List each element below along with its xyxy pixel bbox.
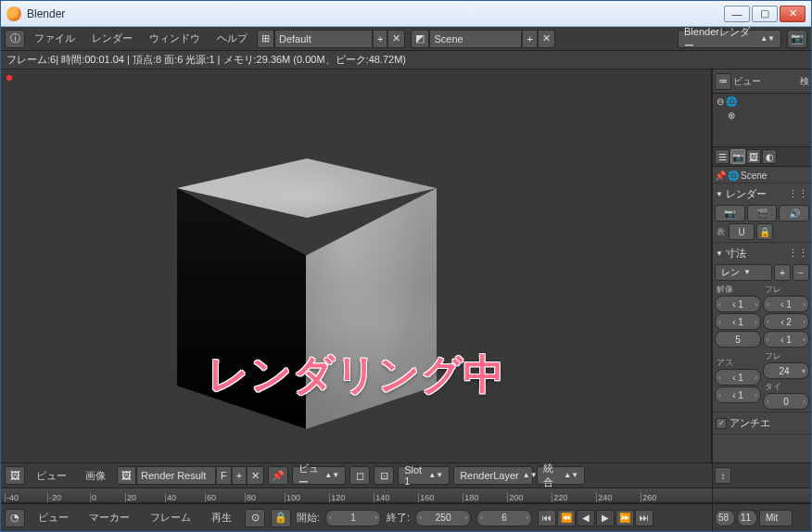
timeline-play-menu[interactable]: 再生 <box>204 509 239 526</box>
fps-field[interactable]: 24▾ <box>763 362 809 379</box>
menu-help[interactable]: ヘルプ <box>209 30 255 47</box>
render-viewport[interactable]: レンダリング中 <box>1 70 712 462</box>
sync-mode-dropdown[interactable]: Mit <box>759 510 793 526</box>
play-forward-icon[interactable]: ▶ <box>596 510 615 526</box>
lock-ui-icon[interactable]: 🔒 <box>756 223 773 240</box>
current-frame-field[interactable]: ‹6› <box>476 510 532 526</box>
plus-icon: ⊕ <box>728 110 735 120</box>
properties-header-row: ☰ 📷 🖼 ◐ <box>713 147 811 167</box>
outliner-search[interactable]: 検 <box>800 75 809 88</box>
sync-field-2[interactable]: 11 <box>737 510 757 526</box>
render-engine-dropdown[interactable]: Blenderレンダー ▲▼ <box>678 30 781 48</box>
display-mode-dropdown[interactable]: U <box>729 223 755 240</box>
image-editor-view-menu[interactable]: ビュー <box>29 467 74 485</box>
start-frame-label: 開始: <box>297 511 320 525</box>
scope-icon[interactable]: ⊡ <box>374 466 394 485</box>
layout-grid-icon[interactable]: ⊞ <box>257 30 274 48</box>
properties-editor-icon[interactable]: ☰ <box>715 149 730 164</box>
outliner-header: ≔ ビュー 検 <box>713 70 811 94</box>
timeline-editor-icon[interactable]: ◔ <box>5 509 25 527</box>
window-buttons: — ▢ ✕ <box>724 6 806 22</box>
layout-field[interactable]: Default <box>274 30 373 48</box>
extra-icon-1[interactable]: ↕ <box>715 467 731 484</box>
outliner-expand-row[interactable]: ⊕ <box>715 109 809 121</box>
scene-field[interactable]: Scene <box>429 30 522 48</box>
frame-start-field[interactable]: ‹‹ 1› <box>763 296 809 312</box>
frame-step-field[interactable]: ‹‹ 1› <box>763 331 809 348</box>
layout-add-button[interactable]: + <box>373 30 387 48</box>
slot-dropdown[interactable]: Slot 1▲▼ <box>398 466 450 485</box>
resolution-x-field[interactable]: ‹‹ 1› <box>715 296 761 312</box>
menu-render[interactable]: レンダー <box>84 30 140 47</box>
image-unlink-button[interactable]: ✕ <box>247 466 264 485</box>
maximize-button[interactable]: ▢ <box>752 6 778 22</box>
menu-window[interactable]: ウィンドウ <box>142 30 208 47</box>
render-image-button[interactable]: 📷 <box>715 205 745 222</box>
fake-user-button[interactable]: F <box>216 466 232 485</box>
timeline-frame-menu[interactable]: フレーム <box>143 509 198 526</box>
scene-selector: ◩ Scene + ✕ <box>411 30 554 48</box>
image-browse-icon[interactable]: 🖼 <box>117 466 136 485</box>
timeline-ruler[interactable]: -40-200204060801001201401601802002202402… <box>1 488 712 503</box>
keyframe-prev-icon[interactable]: ⏪ <box>557 510 576 526</box>
preset-dropdown[interactable]: レン▼ <box>715 264 772 281</box>
image-name-field[interactable]: Render Result <box>136 466 216 485</box>
preset-add-button[interactable]: + <box>774 264 791 281</box>
renderlayer-dropdown[interactable]: RenderLayer▲▼ <box>453 466 533 485</box>
timeline-marker-menu[interactable]: マーカー <box>82 509 137 526</box>
tab-render-icon[interactable]: 📷 <box>730 149 745 164</box>
preset-remove-button[interactable]: − <box>793 264 809 281</box>
scene-browse-icon[interactable]: ◩ <box>411 30 429 48</box>
close-button[interactable]: ✕ <box>780 6 806 22</box>
scene-add-button[interactable]: + <box>522 30 537 48</box>
info-editor-icon[interactable]: ⓘ <box>5 30 25 48</box>
aspect-y-field[interactable]: ‹‹ 1› <box>715 386 761 403</box>
image-editor-image-menu[interactable]: 画像 <box>78 467 113 485</box>
outliner-editor-icon[interactable]: ≔ <box>715 73 731 90</box>
frame-end-field[interactable]: ‹‹ 2› <box>763 313 809 330</box>
display-label: 表 <box>715 225 727 238</box>
outliner-tree[interactable]: ⊖ 🌐 ⊕ <box>713 94 811 147</box>
end-frame-field[interactable]: ‹250› <box>415 510 471 526</box>
tab-scene-icon[interactable]: ◐ <box>762 149 777 164</box>
image-editor-type-icon[interactable]: 🖼 <box>5 466 25 485</box>
jump-end-icon[interactable]: ⏭ <box>635 510 653 526</box>
pin-image-icon[interactable]: 📌 <box>268 466 288 485</box>
lock-range-icon[interactable]: 🔒 <box>271 509 291 527</box>
tile-field[interactable]: ‹0› <box>763 393 809 410</box>
dimensions-header[interactable]: ▼寸法⋮⋮ <box>715 245 809 262</box>
image-mode-dropdown[interactable]: ビュー▲▼ <box>292 466 346 485</box>
outliner-view-menu[interactable]: ビュー <box>733 75 761 88</box>
minimize-button[interactable]: — <box>724 6 750 22</box>
jump-start-icon[interactable]: ⏮ <box>538 510 556 526</box>
menu-file[interactable]: ファイル <box>27 30 82 47</box>
resolution-pct-field[interactable]: 5 <box>715 331 761 348</box>
pin-icon[interactable]: 📌 <box>715 171 726 181</box>
sync-field-1[interactable]: 58 <box>715 510 735 526</box>
ruler-tick: 180 <box>463 493 479 502</box>
ruler-tick: 60 <box>205 493 217 502</box>
rec-indicator-icon <box>6 75 12 81</box>
antialias-header[interactable]: アンチエ <box>715 414 809 432</box>
start-frame-field[interactable]: ‹1› <box>325 510 381 526</box>
tab-layers-icon[interactable]: 🖼 <box>746 149 761 164</box>
render-animation-button[interactable]: 🎬 <box>747 205 778 222</box>
render-audio-button[interactable]: 🔊 <box>779 205 809 222</box>
range-icon[interactable]: ⊙ <box>245 509 265 527</box>
render-stats-strip: フレーム:6| 時間:00:01.04 | 頂点:8 面:6 光源:1 | メモ… <box>1 51 811 70</box>
keyframe-next-icon[interactable]: ⏩ <box>615 510 634 526</box>
renderpass-dropdown[interactable]: 統合▲▼ <box>537 466 585 485</box>
camera-icon[interactable]: 📷 <box>787 30 807 48</box>
mask-icon[interactable]: ◻ <box>349 466 370 485</box>
antialias-checkbox[interactable] <box>716 418 727 429</box>
resolution-y-field[interactable]: ‹‹ 1› <box>715 313 761 330</box>
scene-delete-button[interactable]: ✕ <box>538 30 555 48</box>
outliner-scene-row[interactable]: ⊖ 🌐 <box>715 95 809 108</box>
aspect-x-field[interactable]: ‹‹ 1› <box>715 369 761 386</box>
render-section-header[interactable]: ▼レンダー⋮⋮ <box>715 185 809 203</box>
image-add-button[interactable]: + <box>232 466 247 485</box>
scene-name[interactable]: Scene <box>741 171 767 181</box>
timeline-view-menu[interactable]: ビュー <box>31 509 76 526</box>
play-reverse-icon[interactable]: ◀ <box>577 510 595 526</box>
layout-delete-button[interactable]: ✕ <box>387 30 405 48</box>
